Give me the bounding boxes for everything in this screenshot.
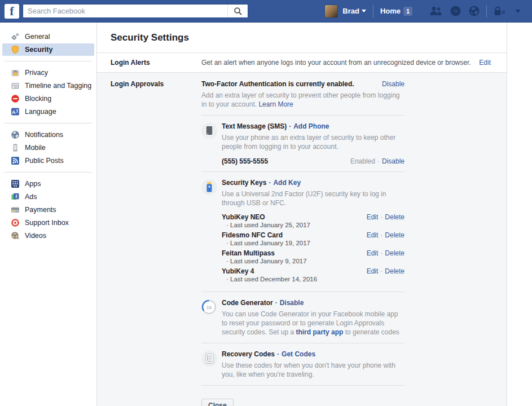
sidebar-divider: [5, 172, 92, 173]
sidebar-item-label: Apps: [25, 180, 41, 188]
gears-icon: [10, 32, 20, 42]
friend-requests-icon[interactable]: [429, 6, 442, 16]
security-keys-title-line: Security Keys·Add Key: [222, 179, 405, 187]
mobile-phone-icon: [10, 143, 20, 153]
security-key-row: YubiKey NEO Edit·Delete · Last used Janu…: [222, 213, 405, 230]
section-divider: [201, 292, 405, 292]
globe-icon: [10, 130, 20, 140]
facebook-logo[interactable]: f: [5, 4, 19, 19]
security-key-name: YubiKey NEO: [222, 213, 265, 221]
security-badge-icon: [10, 45, 20, 55]
learn-more-link[interactable]: Learn More: [258, 100, 293, 108]
sidebar-item-videos[interactable]: Videos: [2, 230, 94, 242]
sidebar-divider: [5, 61, 92, 61]
sidebar-item-label: Notifications: [25, 131, 63, 139]
add-phone-link[interactable]: Add Phone: [293, 122, 329, 130]
login-alerts-description: Get an alert when anyone logs into your …: [201, 59, 472, 67]
security-key-edit-link[interactable]: Edit: [367, 249, 379, 257]
sidebar-item-label: Public Posts: [25, 157, 64, 165]
sms-phone-icon: [201, 123, 217, 139]
home-link[interactable]: Home: [380, 7, 401, 15]
sidebar-item-payments[interactable]: Payments: [2, 204, 94, 216]
sidebar-item-notifications[interactable]: Notifications: [2, 129, 94, 141]
sidebar-item-privacy[interactable]: Privacy: [2, 67, 94, 79]
section-divider: [201, 171, 405, 172]
sidebar-item-apps[interactable]: Apps: [2, 178, 94, 190]
code-generator-disable-link[interactable]: Disable: [280, 299, 304, 307]
sidebar-item-label: Privacy: [25, 69, 48, 77]
search-input[interactable]: [23, 5, 227, 17]
security-key-delete-link[interactable]: Delete: [385, 231, 405, 239]
topbar-divider: [486, 5, 487, 17]
settings-caret-icon[interactable]: [515, 10, 521, 13]
add-key-link[interactable]: Add Key: [273, 179, 301, 187]
login-alerts-label: Login Alerts: [111, 59, 201, 67]
svg-text:f: f: [15, 193, 17, 199]
security-keys-subsection: Security Keys·Add Key Use a Universal 2n…: [201, 179, 405, 285]
sidebar-item-blocking[interactable]: Blocking: [2, 92, 94, 105]
timer-value: 15: [206, 305, 212, 310]
language-icon: A: [10, 107, 20, 117]
code-generator-description: You can use Code Generator in your Faceb…: [222, 310, 405, 337]
recovery-codes-subsection: Recovery Codes·Get Codes Use these codes…: [201, 350, 405, 379]
messenger-icon[interactable]: [450, 6, 461, 16]
security-key-name: YubiKey 4: [222, 267, 254, 275]
sidebar-item-label: Payments: [25, 206, 56, 214]
security-key-delete-link[interactable]: Delete: [385, 267, 405, 275]
sidebar-item-mobile[interactable]: Mobile: [2, 142, 94, 154]
profile-caret-icon[interactable]: [362, 10, 366, 12]
close-button[interactable]: Close: [201, 399, 234, 406]
sidebar-item-label: Timeline and Tagging: [25, 82, 91, 90]
sidebar-item-timeline-and-tagging[interactable]: Timeline and Tagging: [2, 80, 94, 92]
code-generator-timer-icon: 15: [201, 299, 217, 315]
notifications-globe-icon[interactable]: [469, 6, 480, 16]
profile-name[interactable]: Brad: [342, 7, 359, 15]
svg-text:A: A: [11, 109, 15, 115]
security-key-row: YubiKey 4 Edit·Delete · Last used Decemb…: [222, 267, 405, 284]
recovery-codes-title-line: Recovery Codes·Get Codes: [222, 350, 405, 358]
rss-icon: [10, 156, 20, 166]
login-approvals-description: Add an extra layer of security to preven…: [201, 91, 405, 109]
two-factor-status-text: Two-Factor Authentication is currently e…: [201, 80, 354, 88]
security-key-edit-link[interactable]: Edit: [367, 267, 379, 275]
security-key-last-used: · Last used January 25, 2017: [222, 221, 405, 230]
security-key-row: Fidesmo NFC Card Edit·Delete · Last used…: [222, 231, 405, 248]
security-key-last-used: · Last used January 9, 2017: [222, 257, 405, 266]
sidebar-item-public-posts[interactable]: Public Posts: [2, 155, 94, 167]
film-reel-icon: [10, 231, 20, 241]
privacy-shortcuts-icon[interactable]: [494, 6, 506, 16]
login-alerts-edit-link[interactable]: Edit: [479, 59, 491, 67]
security-key-edit-link[interactable]: Edit: [367, 231, 379, 239]
login-alerts-row: Login Alerts Get an alert when anyone lo…: [97, 52, 507, 72]
topbar-right: Brad Home 1: [324, 5, 521, 18]
section-divider: [201, 115, 405, 116]
sidebar-item-general[interactable]: General: [2, 30, 94, 43]
home-notification-badge: 1: [403, 7, 412, 16]
security-key-row: Feitan Multipass Edit·Delete · Last used…: [222, 249, 405, 266]
blocking-icon: [10, 94, 20, 104]
apps-icon: [10, 179, 20, 189]
sidebar-item-language[interactable]: A Language: [2, 105, 94, 118]
settings-sidebar: General Security Privacy Timeline and Ta…: [0, 23, 97, 406]
section-divider: [201, 343, 405, 343]
security-settings-panel: Security Settings Login Alerts Get an al…: [97, 23, 507, 406]
search-button[interactable]: [227, 5, 248, 17]
get-codes-link[interactable]: Get Codes: [282, 350, 315, 358]
sidebar-item-ads[interactable]: f Ads: [2, 191, 94, 203]
third-party-app-link[interactable]: third party app: [296, 328, 343, 336]
sms-description: Use your phone as an extra layer of secu…: [222, 133, 405, 151]
security-key-delete-link[interactable]: Delete: [385, 249, 405, 257]
avatar[interactable]: [324, 5, 338, 18]
security-key-edit-link[interactable]: Edit: [367, 213, 379, 221]
two-factor-disable-link[interactable]: Disable: [382, 80, 405, 88]
security-key-name: Fidesmo NFC Card: [222, 231, 283, 239]
security-key-name: Feitan Multipass: [222, 249, 275, 257]
sidebar-item-security[interactable]: Security: [2, 43, 94, 56]
privacy-lock-icon: [10, 68, 20, 78]
credit-card-icon: [10, 205, 20, 215]
sidebar-item-support-inbox[interactable]: Support Inbox: [2, 217, 94, 229]
sidebar-item-label: Ads: [25, 193, 37, 201]
sms-disable-link[interactable]: Disable: [382, 157, 405, 165]
security-key-delete-link[interactable]: Delete: [385, 213, 405, 221]
login-approvals-section: Login Approvals Two-Factor Authenticatio…: [97, 72, 507, 406]
